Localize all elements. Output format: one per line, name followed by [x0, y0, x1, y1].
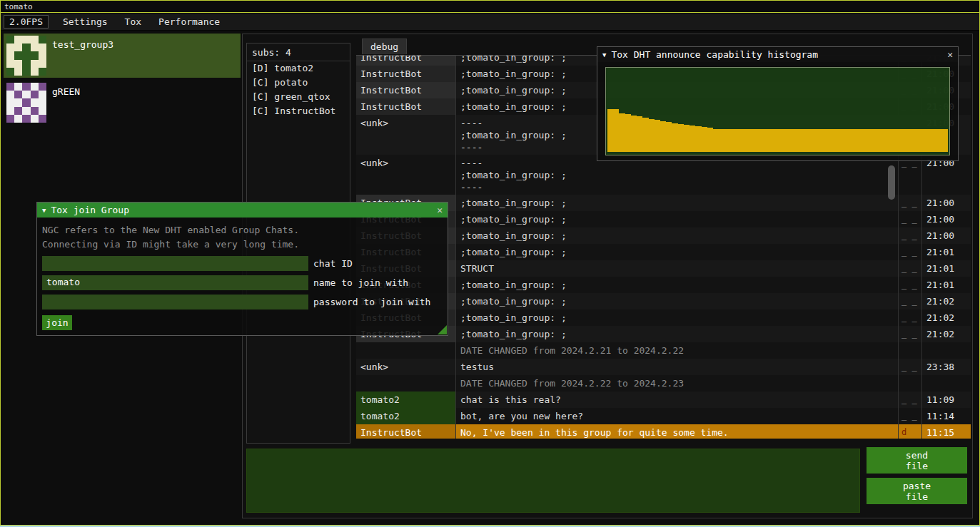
- dht-histogram-body: [597, 62, 958, 160]
- timestamp: 21:00: [922, 195, 971, 211]
- histogram-bar: [719, 129, 724, 152]
- histogram-bar: [924, 129, 930, 152]
- tab-debug[interactable]: debug: [362, 39, 407, 54]
- menu-performance[interactable]: Performance: [150, 15, 228, 29]
- chat-message-row[interactable]: InstructBot;tomato_in_group: ;_ _21:00: [356, 211, 971, 227]
- histogram-bar: [941, 129, 947, 152]
- paste-file-label-line1: paste: [903, 481, 931, 491]
- timestamp: [922, 375, 971, 392]
- join-name-label: name to join with: [313, 277, 408, 288]
- dht-histogram-titlebar[interactable]: ▼ Tox DHT announce capability histogram …: [597, 47, 958, 62]
- receipt-marks: _ _: [899, 359, 922, 375]
- group-name: gREEN: [52, 83, 80, 97]
- histogram-bar: [919, 129, 924, 152]
- join-info-line: Connecting via ID might take a very long…: [42, 237, 443, 252]
- chat-message-row[interactable]: <unk>testus_ _23:38: [356, 359, 971, 375]
- member-item[interactable]: [C] green_qtox: [247, 90, 350, 104]
- timestamp: 11:14: [922, 408, 971, 424]
- menu-tox[interactable]: Tox: [116, 15, 150, 29]
- message-text: DATE CHANGED from 2024.2.22 to 2024.2.23: [456, 375, 899, 392]
- sender-name: InstructBot: [356, 424, 456, 439]
- histogram-bar: [678, 124, 684, 152]
- timestamp: 11:15: [922, 424, 971, 439]
- close-icon[interactable]: ✕: [437, 205, 443, 215]
- join-button[interactable]: join: [42, 315, 72, 330]
- message-text: ;tomato_in_group: ;: [456, 195, 899, 211]
- receipt-marks: _ _: [899, 195, 922, 211]
- histogram-bar: [813, 129, 819, 152]
- sender-name: [356, 342, 456, 359]
- sidebar-group-test_group3[interactable]: test_group3: [4, 34, 241, 78]
- histogram-bar: [789, 129, 795, 152]
- histogram-bar: [613, 109, 619, 152]
- member-item[interactable]: [C] InstructBot: [247, 104, 350, 118]
- chat-scrollbar-thumb[interactable]: [888, 165, 895, 200]
- histogram-bar: [872, 129, 877, 152]
- histogram-bar: [866, 129, 872, 152]
- histogram-bar: [672, 123, 677, 152]
- group-list: test_group3gREEN: [4, 34, 241, 128]
- chat-id-input[interactable]: [42, 256, 308, 271]
- resize-grip[interactable]: [438, 325, 447, 334]
- histogram-bar: [754, 129, 759, 152]
- chat-message-row[interactable]: InstructBot;tomato_in_group: ;_ _21:00: [356, 227, 971, 244]
- histogram-bar: [930, 129, 936, 152]
- receipt-marks: _ _: [899, 227, 922, 244]
- date-separator-row: DATE CHANGED from 2024.2.21 to 2024.2.22: [356, 342, 971, 359]
- chat-message-row[interactable]: InstructBot;tomato_in_group: ;_ _21:01: [356, 244, 971, 260]
- receipt-marks: _ _: [899, 309, 922, 326]
- group-avatar: [6, 36, 46, 76]
- histogram-bar: [837, 129, 842, 152]
- timestamp: 21:01: [922, 244, 971, 260]
- histogram-bar: [748, 129, 754, 152]
- receipt-marks: _ _: [899, 260, 922, 277]
- sidebar-group-gREEN[interactable]: gREEN: [4, 81, 241, 125]
- receipt-marks: d: [899, 424, 922, 439]
- join-group-titlebar[interactable]: ▼ Tox join Group ✕: [37, 203, 448, 218]
- histogram-bar: [877, 129, 883, 152]
- chat-message-row[interactable]: InstructBotNo, I've been in this group f…: [356, 424, 971, 439]
- window-titlebar: tomato: [1, 1, 979, 13]
- join-password-input[interactable]: [42, 295, 308, 309]
- close-icon[interactable]: ✕: [947, 49, 953, 60]
- histogram-bar: [619, 113, 625, 152]
- send-file-button[interactable]: send file: [867, 447, 967, 474]
- chat-message-row[interactable]: tomato2bot, are you new here?_ _11:14: [356, 408, 971, 424]
- timestamp: 21:02: [922, 326, 971, 342]
- histogram-bar: [760, 129, 766, 152]
- histogram-bar: [655, 120, 660, 152]
- histogram-bar: [895, 129, 901, 152]
- join-name-input[interactable]: tomato: [42, 275, 308, 290]
- chat-message-row[interactable]: InstructBot;tomato_in_group: ;_ _21:02: [356, 293, 971, 309]
- chat-message-row[interactable]: InstructBot;tomato_in_group: ;_ _21:01: [356, 277, 971, 293]
- chat-message-row[interactable]: InstructBotSTRUCT_ _21:01: [356, 260, 971, 277]
- sender-name: <unk>: [356, 359, 456, 375]
- message-text: ;tomato_in_group: ;: [456, 293, 899, 309]
- histogram-bar: [883, 129, 889, 152]
- chat-message-row[interactable]: tomato2chat is this real?_ _11:09: [356, 392, 971, 408]
- collapse-arrow-icon[interactable]: ▼: [42, 207, 46, 214]
- timestamp: 21:00: [922, 211, 971, 227]
- sender-name: InstructBot: [356, 98, 456, 115]
- member-item[interactable]: [C] potato: [247, 76, 350, 90]
- message-text: ;tomato_in_group: ;: [456, 309, 899, 326]
- histogram-bar: [724, 129, 730, 152]
- histogram-bar: [842, 129, 848, 152]
- member-item[interactable]: [D] tomato2: [247, 61, 350, 76]
- collapse-arrow-icon[interactable]: ▼: [602, 51, 606, 58]
- message-input[interactable]: [246, 449, 860, 513]
- menu-settings[interactable]: Settings: [54, 15, 116, 29]
- send-file-label-line2: file: [906, 461, 928, 471]
- paste-file-button[interactable]: paste file: [867, 478, 967, 504]
- paste-file-label-line2: file: [906, 491, 928, 502]
- chat-message-row[interactable]: InstructBot;tomato_in_group: ;_ _21:02: [356, 309, 971, 326]
- message-text: DATE CHANGED from 2024.2.21 to 2024.2.22: [456, 342, 899, 359]
- histogram-bar: [695, 126, 701, 152]
- chat-message-row[interactable]: InstructBot;tomato_in_group: ;_ _21:02: [356, 326, 971, 342]
- histogram-bar: [637, 116, 642, 152]
- fps-counter: 2.0FPS: [4, 15, 49, 29]
- receipt-marks: _ _: [899, 293, 922, 309]
- sender-name: InstructBot: [356, 56, 456, 66]
- join-group-body: NGC refers to the New DHT enabled Group …: [37, 218, 448, 335]
- chat-message-row[interactable]: InstructBot;tomato_in_group: ;_ _21:00: [356, 195, 971, 211]
